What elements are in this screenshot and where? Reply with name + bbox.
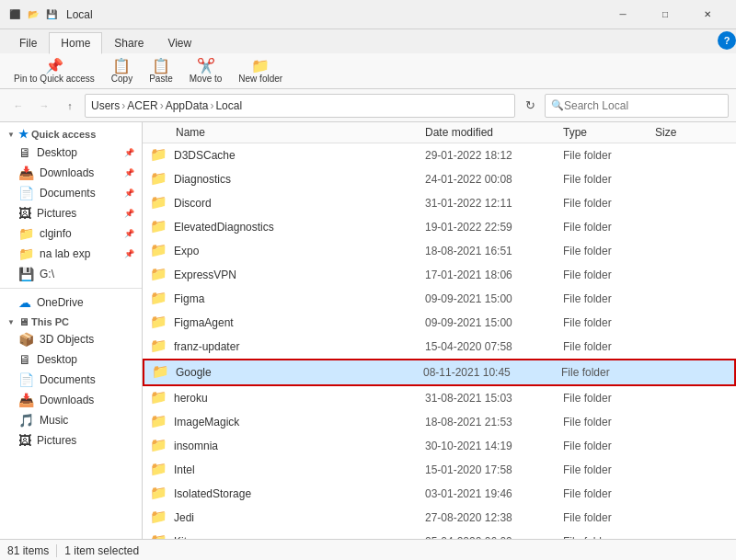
sidebar-item-gdrive[interactable]: 💾 G:\ <box>0 264 142 284</box>
search-icon: 🔍 <box>551 99 564 111</box>
table-row[interactable]: 📁 Google 08-11-2021 10:45 File folder <box>143 359 736 386</box>
sidebar: ▼ ★ Quick access 🖥 Desktop 📌 📥 Downloads… <box>0 122 143 539</box>
file-date: 31-08-2021 15:03 <box>425 392 563 405</box>
file-type: File folder <box>563 487 655 500</box>
file-rows: 📁 D3DSCache 29-01-2022 18:12 File folder… <box>143 143 736 539</box>
new-folder-button[interactable]: 📁 New folder <box>232 56 289 86</box>
sidebar-item-pictures-pc[interactable]: 🖼 Pictures <box>0 430 142 451</box>
address-bar: ← → ↑ Users › ACER › AppData › Local ↻ 🔍 <box>0 89 736 122</box>
folder-icon: 📁 <box>150 314 168 332</box>
table-row[interactable]: 📁 IsolatedStorage 03-01-2021 19:46 File … <box>143 482 736 506</box>
tab-share[interactable]: Share <box>102 32 155 53</box>
copy-button[interactable]: 📋 Copy <box>105 56 139 86</box>
tab-view[interactable]: View <box>155 32 203 53</box>
file-type: File folder <box>563 269 655 281</box>
sidebar-item-downloads-pc-label: Downloads <box>40 394 94 406</box>
sidebar-item-clginfo[interactable]: 📁 clginfo 📌 <box>0 223 142 244</box>
selected-items-count: 1 item selected <box>64 544 139 557</box>
window-controls: ─ □ ✕ <box>602 0 729 29</box>
table-row[interactable]: 📁 Kite 25-04-2020 06:09 File folder <box>143 530 736 539</box>
table-row[interactable]: 📁 Diagnostics 24-01-2022 00:08 File fold… <box>143 167 736 191</box>
table-row[interactable]: 📁 ImageMagick 18-08-2021 21:53 File fold… <box>143 410 736 434</box>
sidebar-item-desktop-pc[interactable]: 🖥 Desktop <box>0 349 142 370</box>
path-part-acer: ACER <box>127 99 157 112</box>
path-sep-1: › <box>121 99 125 112</box>
sidebar-item-3dobjects[interactable]: 📦 3D Objects <box>0 329 142 349</box>
table-row[interactable]: 📁 FigmaAgent 09-09-2021 15:00 File folde… <box>143 311 736 335</box>
move-button[interactable]: ✂️ Move to <box>183 56 229 86</box>
file-date: 18-08-2021 16:51 <box>425 245 563 257</box>
minimize-button[interactable]: ─ <box>602 0 644 29</box>
table-row[interactable]: 📁 ExpressVPN 17-01-2021 18:06 File folde… <box>143 263 736 287</box>
folder-icon: 📁 <box>150 389 168 407</box>
folder-icon: 📁 <box>150 146 168 165</box>
up-button[interactable]: ↑ <box>59 95 81 117</box>
forward-button[interactable]: → <box>33 95 55 117</box>
path-part-appdata: AppData <box>166 99 209 112</box>
sidebar-item-documents-pc[interactable]: 📄 Documents <box>0 370 142 390</box>
sidebar-item-downloads[interactable]: 📥 Downloads 📌 <box>0 163 142 183</box>
paste-button[interactable]: 📋 Paste <box>143 56 179 86</box>
file-name: ExpressVPN <box>174 269 425 281</box>
sidebar-item-onedrive[interactable]: ☁ OneDrive <box>0 292 142 313</box>
table-row[interactable]: 📁 Expo 18-08-2021 16:51 File folder <box>143 239 736 263</box>
pin-icon-2: 📌 <box>124 168 134 177</box>
sidebar-item-pictures[interactable]: 🖼 Pictures 📌 <box>0 203 142 223</box>
maximize-button[interactable]: □ <box>644 0 686 29</box>
col-header-size[interactable]: Size <box>655 126 729 139</box>
table-row[interactable]: 📁 franz-updater 15-04-2020 07:58 File fo… <box>143 335 736 359</box>
status-bar: 81 items 1 item selected <box>0 539 736 560</box>
file-date: 19-01-2022 22:59 <box>425 221 563 234</box>
drive-icon: 💾 <box>18 267 34 281</box>
col-header-type[interactable]: Type <box>563 126 655 139</box>
file-type: File folder <box>563 392 655 405</box>
table-row[interactable]: 📁 Jedi 27-08-2020 12:38 File folder <box>143 506 736 530</box>
back-button[interactable]: ← <box>7 95 29 117</box>
sidebar-item-pictures-label: Pictures <box>37 207 76 220</box>
table-row[interactable]: 📁 ElevatedDiagnostics 19-01-2022 22:59 F… <box>143 215 736 239</box>
folder-icon: 📁 <box>150 461 168 479</box>
file-type: File folder <box>563 440 655 452</box>
pin-icon: 📌 <box>45 59 63 74</box>
table-row[interactable]: 📁 heroku 31-08-2021 15:03 File folder <box>143 386 736 410</box>
search-input[interactable] <box>564 99 722 112</box>
ribbon: File Home Share View ? 📌 Pin to Quick ac… <box>0 29 736 89</box>
refresh-button[interactable]: ↻ <box>519 95 541 117</box>
help-button[interactable]: ? <box>718 31 736 50</box>
col-header-date[interactable]: Date modified <box>425 126 563 139</box>
path-sep-2: › <box>160 99 164 112</box>
title-bar: ⬛ 📂 💾 Local ─ □ ✕ <box>0 0 736 29</box>
file-date: 25-04-2020 06:09 <box>425 535 563 539</box>
table-row[interactable]: 📁 Figma 09-09-2021 15:00 File folder <box>143 287 736 311</box>
sidebar-item-desktop[interactable]: 🖥 Desktop 📌 <box>0 143 142 163</box>
copy-label: Copy <box>111 74 132 84</box>
file-type: File folder <box>563 511 655 524</box>
sidebar-item-downloads-pc[interactable]: 📥 Downloads <box>0 390 142 410</box>
table-row[interactable]: 📁 insomnia 30-10-2021 14:19 File folder <box>143 434 736 458</box>
file-type: File folder <box>563 292 655 305</box>
sidebar-item-nalab-label: na lab exp <box>40 247 90 260</box>
table-row[interactable]: 📁 Intel 15-01-2020 17:58 File folder <box>143 458 736 482</box>
pin-to-quick-access-button[interactable]: 📌 Pin to Quick access <box>7 56 101 86</box>
quick-access-header[interactable]: ▼ ★ Quick access <box>0 126 142 143</box>
folder-icon: 📁 <box>150 509 168 527</box>
sidebar-item-documents[interactable]: 📄 Documents 📌 <box>0 183 142 203</box>
sidebar-item-gdrive-label: G:\ <box>40 268 54 280</box>
documents-pc-icon: 📄 <box>18 372 34 387</box>
file-type: File folder <box>563 245 655 257</box>
move-icon: ✂️ <box>197 59 215 74</box>
tab-home[interactable]: Home <box>49 32 102 54</box>
sidebar-item-nalab[interactable]: 📁 na lab exp 📌 <box>0 244 142 264</box>
col-header-name[interactable]: Name <box>150 126 425 139</box>
star-icon: ★ <box>18 128 29 141</box>
sidebar-item-music[interactable]: 🎵 Music <box>0 410 142 430</box>
thispc-header[interactable]: ▼ 🖥 This PC <box>0 314 142 329</box>
table-row[interactable]: 📁 Discord 31-01-2022 12:11 File folder <box>143 191 736 215</box>
thispc-icon: 🖥 <box>18 316 29 327</box>
tab-file[interactable]: File <box>7 32 49 53</box>
close-button[interactable]: ✕ <box>686 0 729 29</box>
paste-icon: 📋 <box>152 59 170 74</box>
table-row[interactable]: 📁 D3DSCache 29-01-2022 18:12 File folder <box>143 143 736 167</box>
file-name: ImageMagick <box>174 416 425 429</box>
address-path[interactable]: Users › ACER › AppData › Local <box>85 94 515 118</box>
